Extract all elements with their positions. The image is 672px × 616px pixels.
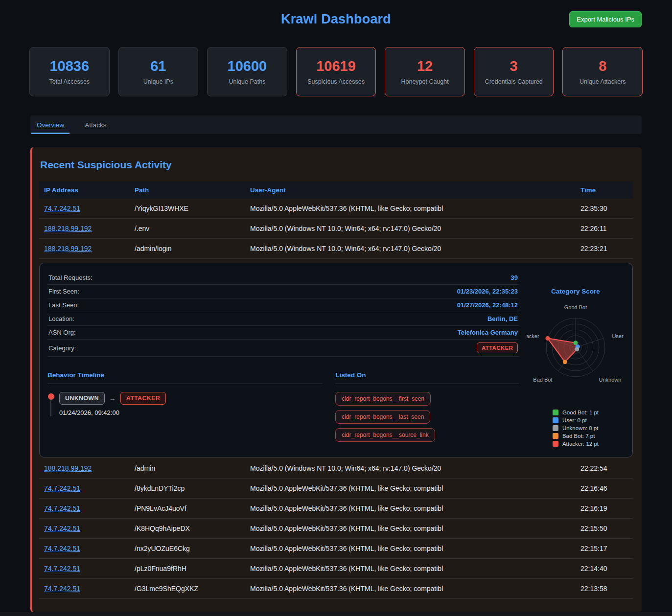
- activity-rows-after-detail: 188.218.99.192/adminMozilla/5.0 (Windows…: [39, 458, 633, 599]
- path-cell: /8ykdLnDYTi2cp: [130, 479, 245, 498]
- activity-table-header: IP AddressPathUser-AgentTime: [39, 182, 633, 199]
- activity-row: 188.218.99.192/admin/loginMozilla/5.0 (W…: [39, 239, 633, 259]
- timeline-line: [50, 400, 51, 416]
- user-agent-cell: Mozilla/5.0 AppleWebKit/537.36 (KHTML, l…: [245, 519, 576, 538]
- ip-address-link[interactable]: 188.218.99.192: [44, 464, 92, 472]
- stat-value: 10836: [49, 58, 89, 74]
- legend-item: Bad Bot: 7 pt: [553, 433, 599, 439]
- category-score-chart: Category Score Good BotUserUnknownBad Bo…: [527, 271, 625, 450]
- time-cell: 22:22:54: [576, 458, 633, 478]
- ip-address-link[interactable]: 74.7.242.51: [44, 565, 80, 572]
- ip-cell: 74.7.242.51: [39, 559, 130, 578]
- timeline-dot-icon: [48, 393, 54, 400]
- user-agent-cell: Mozilla/5.0 (Windows NT 10.0; Win64; x64…: [245, 219, 576, 238]
- info-label: Total Requests:: [48, 274, 93, 281]
- timeline-timestamp: 01/24/2026, 09:42:00: [59, 409, 166, 416]
- info-label: Last Seen:: [48, 301, 79, 309]
- timeline-marker: [47, 392, 54, 416]
- section-title: Recent Suspicious Activity: [40, 159, 633, 171]
- user-agent-cell: Mozilla/5.0 AppleWebKit/537.36 (KHTML, l…: [245, 479, 576, 498]
- category-badge-unknown: UNKNOWN: [59, 392, 105, 405]
- legend-swatch: [553, 441, 558, 447]
- time-cell: 22:35:30: [576, 199, 633, 218]
- ip-cell: 74.7.242.51: [39, 579, 130, 598]
- listed-on-badge: cidr_report_bogons__last_seen: [335, 410, 430, 424]
- legend-swatch: [553, 417, 558, 423]
- ip-cell: 74.7.242.51: [39, 539, 130, 558]
- ip-address-link[interactable]: 74.7.242.51: [44, 484, 80, 492]
- export-malicious-ips-button[interactable]: Export Malicious IPs: [569, 11, 642, 27]
- stat-card: 12Honeypot Caught: [385, 47, 465, 96]
- activity-table: IP AddressPathUser-AgentTime 74.7.242.51…: [39, 182, 633, 599]
- info-label: Location:: [48, 315, 74, 322]
- tab-overview[interactable]: Overview: [31, 115, 70, 134]
- radar-axis-label: User: [612, 333, 624, 339]
- stat-value: 61: [150, 58, 166, 74]
- ip-address-link[interactable]: 74.7.242.51: [44, 585, 80, 593]
- radar-chart: Good BotUserUnknownBad BotAttacker: [527, 297, 625, 403]
- user-agent-cell: Mozilla/5.0 AppleWebKit/537.36 (KHTML, l…: [245, 499, 576, 518]
- stat-card: 3Credentials Captured: [474, 47, 554, 96]
- radar-point-bad-bot: [563, 360, 567, 364]
- info-label: Category:: [48, 344, 76, 352]
- radar-svg: Good BotUserUnknownBad BotAttacker: [527, 297, 625, 401]
- stats-row: 10836Total Accesses61Unique IPs10600Uniq…: [29, 47, 643, 96]
- radar-legend: Good Bot: 1 ptUser: 0 ptUnknown: 0 ptBad…: [553, 410, 599, 449]
- ip-info-row: Category:ATTACKER: [47, 340, 519, 357]
- column-header: Path: [130, 182, 245, 199]
- activity-row: 74.7.242.51/YiqykGI13WHXEMozilla/5.0 App…: [39, 199, 633, 219]
- legend-label: User: 0 pt: [562, 417, 587, 423]
- listed-on-badge: cidr_report_bogons__first_seen: [335, 392, 431, 406]
- recent-suspicious-activity-panel: Recent Suspicious Activity IP AddressPat…: [30, 147, 642, 612]
- tab-attacks[interactable]: Attacks: [79, 115, 112, 134]
- ip-cell: 188.218.99.192: [39, 219, 130, 238]
- activity-row: 74.7.242.51/PN9LvAcJ4uoVfMozilla/5.0 App…: [39, 499, 633, 519]
- radar-point-good-bot: [574, 341, 578, 345]
- path-cell: /.env: [130, 219, 245, 238]
- user-agent-cell: Mozilla/5.0 (Windows NT 10.0; Win64; x64…: [245, 458, 576, 478]
- ip-cell: 188.218.99.192: [39, 239, 130, 258]
- legend-swatch: [553, 433, 558, 439]
- info-value: 01/23/2026, 22:35:23: [457, 288, 518, 295]
- stat-label: Unique IPs: [143, 78, 173, 85]
- ip-address-link[interactable]: 188.218.99.192: [44, 225, 92, 232]
- ip-cell: 74.7.242.51: [39, 479, 130, 498]
- ip-address-link[interactable]: 74.7.242.51: [44, 545, 80, 552]
- column-header: Time: [576, 182, 633, 199]
- path-cell: /K8HQq9hAipeDX: [130, 519, 245, 538]
- time-cell: 22:15:50: [576, 519, 633, 538]
- activity-row: 188.218.99.192/.envMozilla/5.0 (Windows …: [39, 219, 633, 239]
- activity-row: 74.7.242.51/K8HQq9hAipeDXMozilla/5.0 App…: [39, 519, 633, 539]
- legend-item: Good Bot: 1 pt: [553, 410, 599, 415]
- legend-label: Bad Bot: 7 pt: [562, 433, 595, 439]
- path-cell: /admin/login: [130, 239, 245, 258]
- legend-item: Attacker: 12 pt: [553, 441, 599, 447]
- time-cell: 22:16:46: [576, 479, 633, 498]
- ip-address-link[interactable]: 74.7.242.51: [44, 205, 80, 212]
- stat-label: Credentials Captured: [485, 78, 543, 85]
- category-badge: ATTACKER: [477, 342, 518, 353]
- ip-address-link[interactable]: 74.7.242.51: [44, 525, 80, 532]
- listed-on-heading: Listed On: [335, 371, 519, 379]
- stat-card: 61Unique IPs: [118, 47, 199, 96]
- ip-cell: 74.7.242.51: [39, 199, 130, 218]
- ip-address-link[interactable]: 188.218.99.192: [44, 245, 92, 252]
- activity-rows-before-detail: 74.7.242.51/YiqykGI13WHXEMozilla/5.0 App…: [39, 199, 633, 259]
- stat-value: 3: [510, 58, 518, 74]
- path-cell: /PN9LvAcJ4uoVf: [130, 499, 245, 518]
- stat-value: 8: [599, 58, 606, 74]
- bottom-strip: [0, 612, 672, 616]
- info-label: ASN Org:: [48, 329, 76, 336]
- listed-on-section: Listed On cidr_report_bogons__first_seen…: [335, 371, 519, 442]
- stat-label: Unique Paths: [229, 78, 265, 85]
- path-cell: /nx2yUOZuE6Ckg: [130, 539, 245, 558]
- radar-axis-label: Unknown: [599, 377, 621, 383]
- radar-point-unknown: [575, 347, 579, 351]
- category-badge-attacker: ATTACKER: [120, 392, 166, 405]
- radar-axis-label: Bad Bot: [533, 377, 552, 383]
- stat-value: 10600: [228, 58, 267, 74]
- stat-label: Suspicious Accesses: [307, 78, 365, 85]
- path-cell: /pLz0Fnua9fRhH: [130, 559, 245, 578]
- ip-address-link[interactable]: 74.7.242.51: [44, 504, 80, 512]
- app-header: Krawl Dashboard Export Malicious IPs: [0, 0, 672, 34]
